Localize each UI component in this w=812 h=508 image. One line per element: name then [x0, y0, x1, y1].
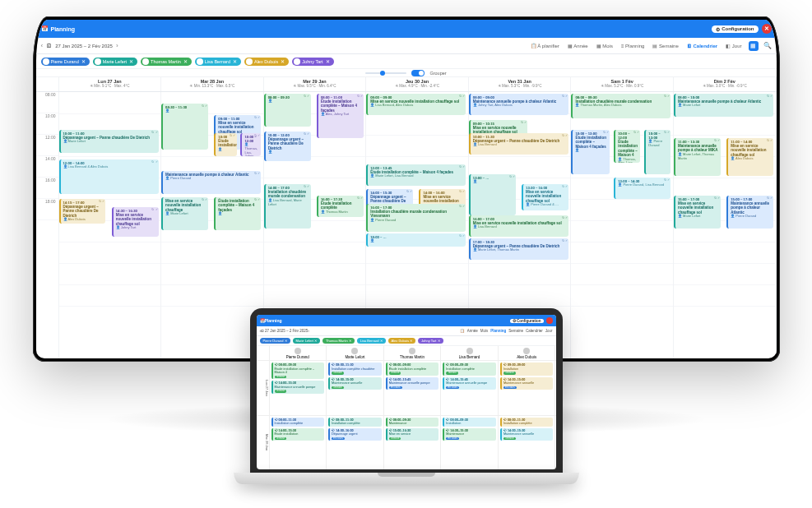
calendar-event[interactable]: ↻ ✓13:00 – …👤	[469, 174, 516, 215]
laptop-cell[interactable]: ⏲ 09:00–09:00InstallationTerminé⏲ 14:00–…	[499, 361, 556, 415]
laptop-cell[interactable]: ⏲ 08:00–09:30Installation⏲ 14:30–15:30Ma…	[441, 416, 499, 470]
laptop-view-aplanifier[interactable]: 📋	[460, 329, 465, 333]
calendar-event[interactable]: ↻ ✓11:00 – 14:00Mise en service nouvelle…	[726, 138, 773, 176]
laptop-close-icon[interactable]	[546, 317, 553, 324]
calendar-event[interactable]: ↻ ✓14:15 – 17:00Dépannage urgent – Panne…	[59, 199, 106, 224]
calendar-event[interactable]: ↻ ✓08:00 – 09:00Mise en service nouvelle…	[366, 94, 466, 115]
laptop-cell[interactable]: ⏲ 08:00–09:30Installation complèteTermin…	[441, 361, 499, 415]
day-column[interactable]: ↻ ✓08:30 – 11:30👤 ↻ ✓09:00 – 11:00Mise e…	[161, 92, 264, 358]
laptop-event[interactable]: ⏲ 08:00–09:00Étude installation complète…	[386, 363, 439, 376]
laptop-view-annee[interactable]: Année	[467, 329, 478, 333]
laptop-event[interactable]: ⏲ 14:00–15:30Maintenance annuelle pompeT…	[271, 381, 325, 394]
calendar-event[interactable]: ↻ ✓14:00 – 17:00Installation chaudière m…	[264, 184, 311, 229]
calendar-event[interactable]: ↻ ✓10:00 – 12:00Étude installation compl…	[614, 130, 640, 163]
calendar-event[interactable]: ↻ ✓13:30 – 16:00Mise en service nouvelle…	[522, 184, 568, 210]
employee-chip[interactable]: Marie Lefert ✕	[93, 58, 137, 66]
calendar-event[interactable]: ↻ ✓16:00 – 17:30Étude installation compl…	[317, 196, 364, 217]
calendar-event[interactable]: ↻ ✓Maintenance annuelle pompe à chaleur …	[161, 171, 261, 194]
laptop-event[interactable]: ⏲ 14:00–15:45Maintenance annuelle pompeE…	[443, 377, 496, 390]
calendar-event[interactable]: ↻ ✓18:00 – …👤	[366, 233, 466, 247]
employee-chip[interactable]: Pierre Durand ✕	[41, 58, 90, 66]
view-semaine[interactable]: ▤ Semaine	[651, 42, 680, 49]
laptop-event[interactable]: ⏲ 14:00–15:30Maintenance annuelleTerminé	[500, 428, 554, 441]
view-mois[interactable]: ▦ Mois	[595, 42, 615, 49]
laptop-cell[interactable]: ⏲ 08:00–11:30Installation complète⏲ 14:0…	[327, 416, 384, 470]
calendar-event[interactable]: ↻ ✓08:00 – 09:30Installation chaudière m…	[571, 94, 670, 118]
calendar-event[interactable]: ↻ ✓08:00 – 11:00Étude installation compl…	[317, 94, 364, 138]
prev-week-button[interactable]: ‹	[41, 42, 44, 49]
calendar-event[interactable]: ↻ ✓Étude installation complète – Maison …	[214, 197, 261, 230]
laptop-view-mois[interactable]: Mois	[480, 329, 489, 333]
calendar-event[interactable]: ↻ ✓12:00 – 14:00👤 Lisa Bernard & Alex Du…	[59, 159, 159, 194]
calendar-event[interactable]: ↻ ✓14:30 – 16:30Mise en service nouvelle…	[112, 207, 159, 237]
calendar-event[interactable]: ↻ ✓10:00 – 11:00Dépannage urgent – Panne…	[59, 130, 159, 153]
laptop-event[interactable]: ⏲ 15:00–16:30Mise en serviceTerminé	[386, 428, 439, 441]
laptop-event[interactable]: ⏲ 14:00–15:00Maintenance annuelleTerminé	[328, 377, 382, 390]
search-icon[interactable]: 🔍	[763, 42, 772, 49]
laptop-event[interactable]: ⏲ 08:00–09:30Installation complèteTermin…	[443, 363, 496, 376]
calendar-event[interactable]: ↻ ✓08:30 – 11:30👤	[161, 104, 208, 150]
view-calendrier[interactable]: 🗓 Calendrier	[685, 43, 719, 49]
laptop-event[interactable]: ⏲ 08:00–11:30Installation complète	[500, 418, 554, 427]
configuration-button[interactable]: ⚙ Configuration	[712, 25, 758, 33]
laptop-event[interactable]: ⏲ 08:00–11:30Installation complète	[328, 418, 382, 427]
laptop-event[interactable]: ⏲ 08:00–09:30Étude installation complète…	[271, 363, 325, 379]
laptop-view-planning[interactable]: Planning	[490, 329, 506, 333]
laptop-employee-chip[interactable]: Johny Tart ✕	[418, 338, 443, 344]
calendar-event[interactable]: ↻ ✓16:00 – 17:00Mise en service nouvelle…	[469, 215, 568, 237]
laptop-employee-chip[interactable]: Pierre Durand ✕	[260, 338, 290, 344]
laptop-employee-chip[interactable]: Thomas Martin ✕	[322, 338, 355, 344]
employee-chip[interactable]: Alex Dubois ✕	[244, 58, 289, 66]
close-icon[interactable]: ✕	[762, 24, 772, 34]
laptop-event[interactable]: ⏲ 14:00–15:30Étude installationTerminé	[271, 428, 325, 441]
calendar-event[interactable]: ↻ ✓10:00 – 12:00👤 Thomas, Lisa, Johny Ta…	[240, 133, 261, 156]
zoom-slider[interactable]	[365, 72, 406, 74]
laptop-event[interactable]: ⏲ 08:00–09:30Maintenance	[386, 418, 439, 427]
employee-chip[interactable]: Lisa Bernard ✕	[195, 58, 241, 66]
next-week-button[interactable]: ›	[116, 42, 118, 49]
laptop-event[interactable]: ⏲ 14:00–16:00Dépannage urgentEn cours	[328, 428, 382, 441]
calendar-event[interactable]: ↻ ✓10:00 – 11:30Dépannage urgent – Panne…	[469, 133, 568, 155]
employee-chip[interactable]: Johny Tart ✕	[292, 58, 333, 66]
laptop-event[interactable]: ⏲ 14:30–15:30MaintenanceEn cours	[443, 428, 496, 441]
laptop-event[interactable]: ⏲ 08:00–09:30Installation	[443, 418, 496, 427]
calendar-event[interactable]: ↻ ✓11:00 – 13:30Maintenance annuelle pom…	[674, 138, 721, 176]
view-aplanifier[interactable]: 📋 À planifier	[529, 42, 561, 49]
group-toggle[interactable]	[411, 70, 425, 76]
view-jour[interactable]: ◧ Jour	[724, 42, 743, 49]
day-column[interactable]: ↻ ✓08:00 – 09:30Installation chaudière m…	[571, 92, 674, 358]
calendar-icon[interactable]: 🗓	[46, 43, 52, 48]
calendar-event[interactable]: ↻ ✓10:00Étude installation👤	[214, 133, 236, 156]
laptop-view-jour[interactable]: Jour	[545, 329, 553, 333]
calendar-event[interactable]: ↻ ✓08:00 – 09:00Maintenance annuelle pom…	[469, 94, 568, 115]
laptop-cell[interactable]: ⏲ 08:00–11:30Installation complète chaud…	[327, 361, 384, 415]
laptop-view-calendrier[interactable]: Calendrier	[526, 329, 543, 333]
laptop-view-semaine[interactable]: Semaine	[508, 329, 523, 333]
laptop-event[interactable]: ⏲ 09:00–09:00InstallationTerminé	[500, 363, 554, 376]
laptop-employee-chip[interactable]: Lisa Bernard ✕	[357, 338, 386, 344]
laptop-cell[interactable]: ⏲ 08:00–09:30Étude installation complète…	[270, 361, 327, 415]
grid-toggle-button[interactable]: ▦	[749, 41, 759, 51]
laptop-event[interactable]: ⏲ 08:00–11:30Installation complète	[271, 418, 325, 427]
laptop-config-button[interactable]: ⚙ Configuration	[510, 319, 544, 323]
calendar-event[interactable]: ↻ ✓10:00 – 13:00👤 Pierre Durand	[644, 130, 670, 174]
calendar-event[interactable]: ↻ ✓12:00 – 13:45Étude installation compl…	[366, 164, 466, 186]
laptop-event[interactable]: ⏲ 08:00–11:30Installation complète chaud…	[328, 363, 382, 376]
calendar-event[interactable]: ↻ ✓15:00 – 17:00Mise en service nouvelle…	[674, 196, 721, 229]
calendar-event[interactable]: ↻ ✓16:00 – 17:00Installation chaudière m…	[366, 204, 466, 232]
employee-chip[interactable]: Thomas Martin ✕	[141, 58, 192, 66]
calendar-event[interactable]: ↻ ✓10:00 – 13:00Étude installation compl…	[571, 130, 610, 174]
calendar-event[interactable]: ↻ ✓08:00 – 09:30👤	[264, 94, 311, 127]
calendar-event[interactable]: ↻ ✓10:00 – 12:00Dépannage urgent – Panne…	[264, 132, 311, 161]
laptop-cell[interactable]: ⏲ 08:00–11:30Installation complète⏲ 14:0…	[270, 416, 327, 470]
view-planning[interactable]: ≡ Planning	[619, 43, 647, 49]
calendar-event[interactable]: ↻ ✓17:00 – 18:30Dépannage urgent – Panne…	[469, 238, 568, 260]
laptop-cell[interactable]: ⏲ 08:00–09:30Maintenance⏲ 15:00–16:30Mis…	[384, 416, 442, 470]
day-column[interactable]: ↻ ✓10:00 – 11:00Dépannage urgent – Panne…	[59, 92, 162, 358]
laptop-cell[interactable]: ⏲ 08:00–09:00Étude installation complète…	[384, 361, 442, 415]
calendar-event[interactable]: ↻ ✓13:00 – 14:30👤 Pierre Durand, Lisa Be…	[614, 178, 670, 199]
day-column[interactable]: ↻ ✓08:00 – 10:00Maintenance annuelle pom…	[674, 92, 777, 358]
laptop-next[interactable]: ›	[308, 329, 309, 333]
laptop-event[interactable]: ⏲ 14:00–15:00Maintenance annuelleEn cour…	[500, 377, 554, 390]
laptop-employee-chip[interactable]: Alex Dubois ✕	[388, 338, 415, 344]
